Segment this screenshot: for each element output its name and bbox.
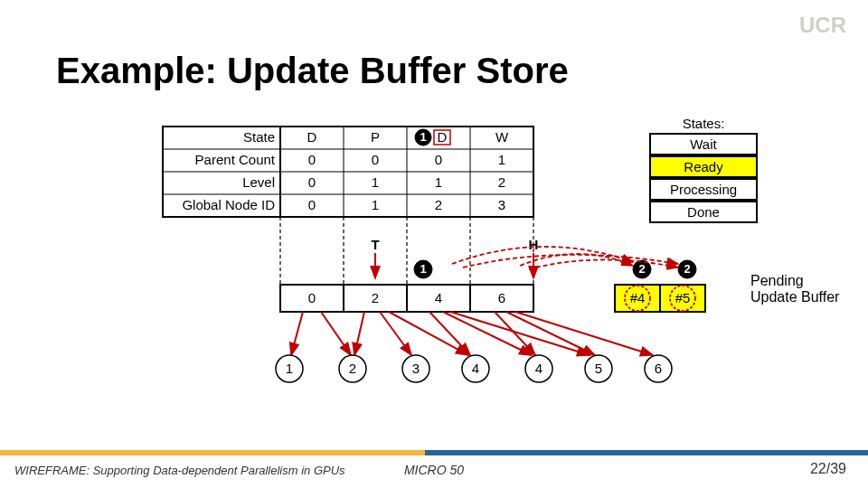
fanout-arrows <box>291 312 653 355</box>
svg-text:#5: #5 <box>675 290 691 305</box>
svg-text:4: 4 <box>535 361 542 376</box>
svg-text:2: 2 <box>372 290 379 305</box>
svg-text:6: 6 <box>655 361 662 376</box>
svg-text:W: W <box>495 129 509 145</box>
svg-text:T: T <box>371 237 379 252</box>
svg-text:1: 1 <box>435 174 442 190</box>
footer-left: WIREFRAME: Supporting Data-dependent Par… <box>14 464 345 477</box>
svg-text:0: 0 <box>308 290 316 305</box>
svg-text:1: 1 <box>372 174 379 190</box>
row-label: Parent Count <box>195 152 276 167</box>
svg-text:3: 3 <box>498 197 505 212</box>
svg-text:0: 0 <box>308 197 316 212</box>
svg-line-59 <box>291 312 303 355</box>
svg-text:H: H <box>529 237 539 252</box>
svg-text:2: 2 <box>349 361 356 376</box>
row-label: Global Node ID <box>182 197 275 212</box>
svg-text:#4: #4 <box>630 290 646 305</box>
svg-text:5: 5 <box>595 361 602 376</box>
row-label: State <box>243 129 275 145</box>
svg-text:0: 0 <box>372 152 379 167</box>
svg-text:4: 4 <box>435 290 442 305</box>
footer-bar <box>0 450 868 455</box>
svg-text:D: D <box>307 129 317 145</box>
t-h-pointers: T H <box>371 237 538 278</box>
svg-line-64 <box>429 312 470 355</box>
svg-text:6: 6 <box>498 290 505 305</box>
svg-text:0: 0 <box>308 174 316 190</box>
svg-text:2: 2 <box>435 197 442 212</box>
svg-text:3: 3 <box>412 361 420 376</box>
state-table: State Parent Count Level Global Node ID … <box>163 127 533 217</box>
svg-text:2: 2 <box>498 174 505 190</box>
page-number: 22/39 <box>810 461 846 477</box>
row-label: Level <box>242 174 275 190</box>
svg-text:D: D <box>438 129 448 145</box>
svg-text:P: P <box>371 129 380 145</box>
svg-line-62 <box>380 312 411 355</box>
svg-line-67 <box>495 312 535 355</box>
svg-text:0: 0 <box>308 152 316 167</box>
bottom-nodes: 1 2 3 4 4 5 6 <box>276 355 672 382</box>
svg-text:0: 0 <box>435 152 442 167</box>
svg-text:1: 1 <box>372 197 379 212</box>
svg-text:1: 1 <box>498 152 505 167</box>
svg-line-61 <box>354 312 364 355</box>
svg-text:2: 2 <box>684 262 690 276</box>
svg-text:1: 1 <box>420 130 426 144</box>
svg-text:4: 4 <box>472 361 479 376</box>
diagram: State Parent Count Level Global Node ID … <box>0 0 868 488</box>
footer-mid: MICRO 50 <box>404 463 464 477</box>
pending-buffer: 0 2 4 6 #4 #5 <box>280 285 705 312</box>
svg-text:2: 2 <box>638 262 645 276</box>
svg-line-69 <box>515 312 653 355</box>
svg-line-60 <box>321 312 351 355</box>
svg-text:1: 1 <box>420 262 426 276</box>
svg-text:1: 1 <box>286 361 293 376</box>
